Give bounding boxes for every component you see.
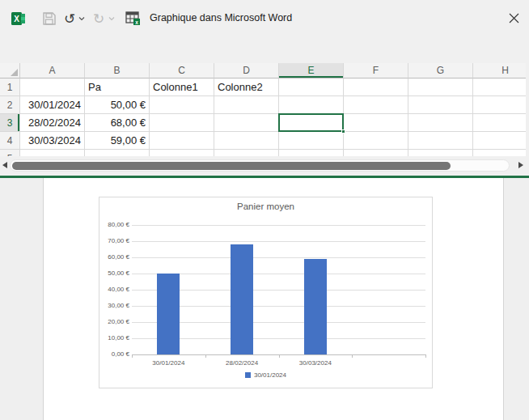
cell-F3[interactable] [344, 114, 408, 132]
x-axis-tick-mark [425, 354, 426, 358]
cell-G2[interactable] [408, 96, 473, 114]
cell-B4[interactable]: 59,00 € [85, 132, 150, 150]
cell-E2[interactable] [279, 96, 344, 114]
rows-container: 1PaColonne1Colonne2230/01/202450,00 €328… [0, 78, 526, 156]
sheet-row-1: 1PaColonne1Colonne2 [0, 78, 526, 96]
x-axis-tick-mark [205, 354, 206, 358]
y-axis-tick-label: 0,00 € [100, 350, 129, 358]
scroll-left-arrow-icon[interactable] [2, 162, 7, 168]
spreadsheet-grid: ABCDEFGH 1PaColonne1Colonne2230/01/20245… [0, 63, 526, 156]
chart-gridline [132, 241, 425, 242]
fill-handle[interactable] [341, 129, 345, 134]
cell-G4[interactable] [408, 132, 473, 150]
cell-C5[interactable] [150, 150, 214, 156]
cell-E5[interactable] [279, 150, 344, 156]
select-all-corner[interactable] [0, 63, 20, 78]
cell-B3[interactable]: 68,00 € [85, 114, 150, 132]
cell-B5[interactable] [85, 150, 150, 156]
cell-H2[interactable] [473, 96, 526, 114]
column-header-G[interactable]: G [408, 63, 473, 78]
select-all-triangle-icon [11, 69, 18, 76]
cell-D2[interactable] [214, 96, 279, 114]
cell-F2[interactable] [344, 96, 408, 114]
cell-C3[interactable] [150, 114, 214, 132]
chart-legend: 30/01/2024 [99, 371, 432, 379]
row-header-1[interactable]: 1 [0, 78, 20, 96]
column-header-B[interactable]: B [85, 63, 150, 78]
row-header-4[interactable]: 4 [0, 132, 20, 150]
x-axis-tick-mark [352, 354, 353, 358]
selected-cell-outline[interactable] [278, 113, 344, 132]
row-header-5[interactable]: 5 [0, 150, 20, 156]
y-axis-tick-label: 20,00 € [100, 318, 129, 325]
row-header-2[interactable]: 2 [0, 96, 20, 114]
cell-H1[interactable] [473, 78, 526, 96]
chart-title: Panier moyen [99, 202, 432, 211]
column-header-F[interactable]: F [344, 63, 408, 78]
cell-G5[interactable] [408, 150, 473, 156]
column-header-row: ABCDEFGH [0, 63, 526, 78]
x-axis-category-label: 28/02/2024 [205, 359, 278, 367]
column-header-H[interactable]: H [473, 63, 526, 78]
close-button[interactable] [506, 11, 521, 25]
cell-A3[interactable]: 28/02/2024 [20, 114, 85, 132]
sheet-row-5: 5 [0, 150, 526, 156]
x-axis-tick-mark [279, 354, 280, 358]
cell-A4[interactable]: 30/03/2024 [20, 132, 85, 150]
scrollbar-thumb[interactable] [12, 162, 451, 170]
cell-G1[interactable] [408, 78, 473, 96]
chart-bar-1[interactable] [231, 244, 253, 354]
column-header-C[interactable]: C [150, 63, 214, 78]
cell-C2[interactable] [150, 96, 214, 114]
legend-marker-icon [245, 372, 251, 378]
title-bar: X ↺ ↻ [0, 0, 529, 37]
edit-data-in-excel-icon[interactable]: x [125, 11, 141, 27]
row-header-3[interactable]: 3 [0, 114, 20, 132]
cell-A5[interactable] [20, 150, 85, 156]
document-margin-right [503, 178, 529, 420]
cell-F5[interactable] [344, 150, 408, 156]
cell-C4[interactable] [150, 132, 214, 150]
cell-H4[interactable] [473, 132, 526, 150]
cell-F1[interactable] [344, 78, 408, 96]
column-header-E[interactable]: E [279, 63, 344, 78]
y-axis-tick-label: 10,00 € [100, 334, 129, 342]
sheet-row-3: 328/02/202468,00 € [0, 114, 526, 132]
cell-B1[interactable]: Pa [85, 78, 150, 96]
cell-E1[interactable] [279, 78, 344, 96]
chart-gridline [132, 257, 425, 258]
scroll-right-arrow-icon[interactable] [518, 162, 523, 168]
y-axis-tick-label: 80,00 € [100, 221, 129, 228]
cell-C1[interactable]: Colonne1 [150, 78, 214, 96]
cell-B2[interactable]: 50,00 € [85, 96, 150, 114]
cell-D4[interactable] [214, 132, 279, 150]
cell-H5[interactable] [473, 150, 526, 156]
cell-D1[interactable]: Colonne2 [214, 78, 279, 96]
column-header-A[interactable]: A [20, 63, 85, 78]
chart-object[interactable]: Panier moyen 80,00 €70,00 €60,00 €50,00 … [99, 197, 433, 388]
cell-G3[interactable] [408, 114, 473, 132]
cell-E4[interactable] [279, 132, 344, 150]
undo-dropdown-chevron-icon[interactable] [78, 15, 85, 22]
chart-bar-0[interactable] [157, 274, 180, 354]
undo-button[interactable]: ↺ [61, 11, 78, 27]
column-header-D[interactable]: D [214, 63, 279, 78]
y-axis-tick-label: 40,00 € [100, 286, 129, 293]
redo-button[interactable]: ↻ [91, 11, 107, 27]
save-button[interactable] [41, 11, 57, 27]
chart-bar-2[interactable] [304, 259, 327, 354]
sheet-row-4: 430/03/202459,00 € [0, 132, 526, 150]
cell-A2[interactable]: 30/01/2024 [20, 96, 85, 114]
cell-A1[interactable] [20, 78, 85, 96]
chart-editor-window: X ↺ ↻ [0, 0, 529, 420]
cell-D5[interactable] [214, 150, 279, 156]
document-margin-left [0, 178, 44, 420]
redo-dropdown-chevron-icon[interactable] [108, 15, 115, 22]
x-axis-tick-mark [132, 354, 133, 358]
cell-H3[interactable] [473, 114, 526, 132]
y-axis-tick-label: 70,00 € [100, 237, 129, 244]
cell-D3[interactable] [214, 114, 279, 132]
cell-F4[interactable] [344, 132, 408, 150]
svg-text:x: x [135, 19, 138, 24]
y-axis-tick-label: 50,00 € [100, 269, 129, 277]
